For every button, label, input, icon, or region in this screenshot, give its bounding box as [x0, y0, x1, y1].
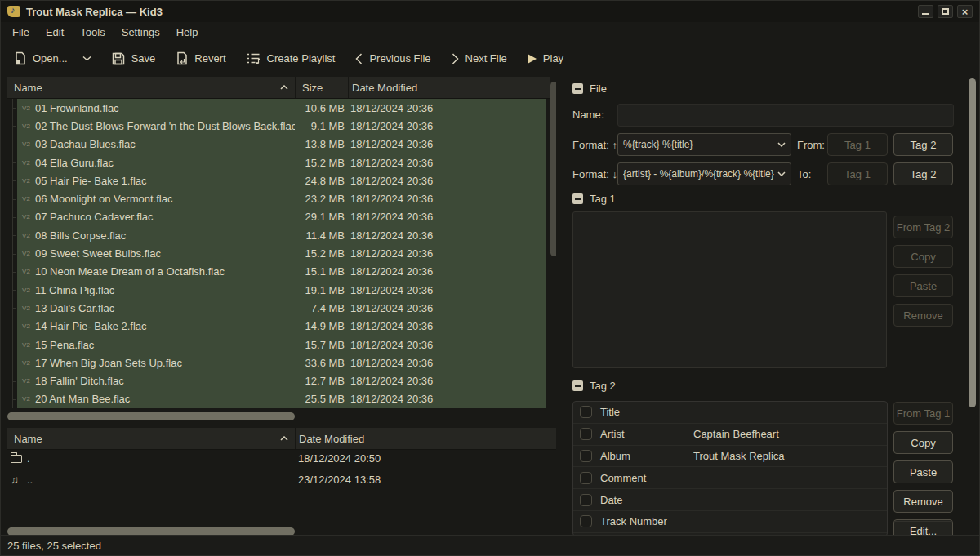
field-checkbox[interactable] [580, 472, 592, 484]
file-row[interactable]: V2 07 Pachuco Cadaver.flac 29.1 MB 18/12… [7, 208, 550, 226]
create-playlist-button[interactable]: Create Playlist [247, 52, 336, 65]
file-row[interactable]: V2 09 Sweet Sweet Bulbs.flac 15.2 MB 18/… [7, 244, 550, 262]
field-checkbox[interactable] [580, 406, 592, 418]
file-row[interactable]: V2 06 Moonlight on Vermont.flac 23.2 MB … [7, 189, 550, 207]
file-row[interactable]: V2 08 Bills Corpse.flac 11.4 MB 18/12/20… [7, 226, 550, 244]
play-button[interactable]: Play [528, 52, 564, 64]
maximize-button[interactable] [938, 5, 953, 18]
file-row[interactable]: V2 01 Frownland.flac 10.6 MB 18/12/2024 … [7, 99, 550, 117]
file-row[interactable]: V2 18 Fallin' Ditch.flac 12.7 MB 18/12/2… [7, 371, 550, 389]
file-row[interactable]: V2 13 Dali's Car.flac 7.4 MB 18/12/2024 … [7, 299, 550, 317]
file-size: 12.7 MB [295, 375, 345, 387]
v2-tag-badge: V2 [17, 177, 35, 185]
save-button[interactable]: Save [112, 52, 156, 65]
tag2-section-title: Tag 2 [590, 380, 616, 392]
file-row[interactable]: V2 10 Neon Meate Dream of a Octafish.fla… [7, 263, 550, 281]
remove-button[interactable]: Remove [893, 490, 953, 513]
column-header-name[interactable]: Name [7, 77, 295, 98]
file-list-hscrollbar-handle[interactable] [7, 412, 295, 420]
file-row[interactable]: V2 15 Pena.flac 15.7 MB 18/12/2024 20:36 [7, 336, 550, 354]
file-row[interactable]: V2 05 Hair Pie- Bake 1.flac 24.8 MB 18/1… [7, 171, 550, 189]
from-tag2-button: From Tag 2 [893, 216, 953, 238]
column-header-folder-name[interactable]: Name [7, 428, 295, 449]
paste-button[interactable]: Paste [893, 460, 953, 483]
copy-button[interactable]: Copy [893, 431, 953, 454]
filename-input[interactable] [617, 104, 954, 127]
minimize-button[interactable] [918, 5, 933, 18]
column-header-size[interactable]: Size [295, 77, 348, 98]
collapse-icon[interactable] [572, 193, 583, 204]
format-to-filename-combobox[interactable]: {artist} - %{album}/%{track} %{title} [617, 162, 791, 185]
file-row[interactable]: V2 03 Dachau Blues.flac 13.8 MB 18/12/20… [7, 136, 550, 153]
tree-branch [7, 226, 17, 244]
field-value[interactable]: Trout Mask Replica [682, 450, 887, 462]
chevron-down-icon[interactable] [82, 56, 91, 61]
folder-list-hscrollbar-handle[interactable] [7, 527, 295, 535]
menu-item[interactable]: Help [168, 24, 207, 41]
file-size: 23.2 MB [295, 193, 345, 205]
previous-file-button[interactable]: Previous File [355, 52, 430, 64]
file-list-hscrollbar[interactable] [7, 412, 550, 420]
column-header-date-modified[interactable]: Date Modified [348, 77, 550, 98]
details-vscrollbar-handle[interactable] [969, 78, 976, 407]
folder-list: . 18/12/2024 20:50 .. 23/12/2024 13:58 [7, 447, 562, 491]
close-button[interactable]: × [957, 5, 973, 18]
file-size: 15.2 MB [295, 157, 345, 169]
file-date-modified: 18/12/2024 20:36 [345, 120, 540, 132]
next-file-button[interactable]: Next File [452, 52, 507, 64]
file-name: 05 Hair Pie- Bake 1.flac [35, 175, 295, 187]
v2-tag-badge: V2 [17, 195, 35, 202]
file-date-modified: 18/12/2024 20:36 [345, 357, 540, 369]
column-header-folder-date-modified[interactable]: Date Modified [295, 428, 562, 449]
file-date-modified: 18/12/2024 20:36 [345, 265, 540, 278]
open-button[interactable]: Open... [14, 51, 91, 65]
field-checkbox[interactable] [580, 515, 592, 527]
menu-item[interactable]: Settings [114, 24, 168, 41]
file-date-modified: 18/12/2024 20:36 [345, 102, 540, 114]
file-name: 20 Ant Man Bee.flac [35, 393, 295, 405]
file-row[interactable]: V2 20 Ant Man Bee.flac 25.5 MB 18/12/202… [7, 390, 550, 408]
file-name: 18 Fallin' Ditch.flac [35, 375, 295, 387]
from-tag1-button[interactable]: From Tag 1 [893, 402, 953, 425]
field-checkbox[interactable] [580, 494, 592, 506]
file-row[interactable]: V2 11 China Pig.flac 19.1 MB 18/12/2024 … [7, 281, 550, 299]
menu-item[interactable]: Edit [38, 24, 72, 41]
field-checkbox[interactable] [580, 450, 592, 462]
folder-date-modified: 18/12/2024 20:50 [295, 452, 381, 465]
menu-item[interactable]: Tools [72, 24, 113, 41]
file-name: 08 Bills Corpse.flac [35, 229, 295, 242]
details-vscrollbar[interactable] [969, 77, 976, 533]
file-row[interactable]: V2 02 The Dust Blows Forward 'n the Dust… [7, 117, 550, 135]
format-up-label: Format: ↑ [572, 139, 617, 151]
collapse-icon[interactable] [572, 83, 583, 94]
revert-button[interactable]: Revert [176, 51, 225, 65]
tag2-field-row: Album Trout Mask Replica [573, 446, 887, 468]
file-list: V2 01 Frownland.flac 10.6 MB 18/12/2024 … [7, 99, 550, 408]
file-date-modified: 18/12/2024 20:36 [345, 138, 540, 150]
file-row[interactable]: V2 04 Ella Guru.flac 15.2 MB 18/12/2024 … [7, 153, 550, 171]
copy-button: Copy [893, 245, 953, 268]
collapse-icon[interactable] [572, 380, 583, 391]
tag1-fields-frame [572, 211, 887, 368]
file-row[interactable]: V2 14 Hair Pie- Bake 2.flac 14.9 MB 18/1… [7, 318, 550, 336]
from-tag2-source-button[interactable]: Tag 2 [893, 133, 953, 156]
file-size: 19.1 MB [295, 284, 345, 296]
file-name: 13 Dali's Car.flac [35, 302, 295, 314]
toolbar: Open... Save Revert Create Playlist Prev… [1, 42, 979, 75]
open-file-icon [14, 51, 26, 65]
from-tag1-source-button: Tag 1 [827, 133, 888, 156]
field-checkbox[interactable] [580, 428, 592, 440]
folder-row[interactable]: .. 23/12/2024 13:58 [7, 469, 562, 492]
to-tag2-dest-button[interactable]: Tag 2 [893, 162, 953, 185]
file-date-modified: 18/12/2024 20:36 [345, 393, 540, 405]
file-row[interactable]: V2 17 When Big Joan Sets Up.flac 33.6 MB… [7, 354, 550, 371]
folder-row[interactable]: . 18/12/2024 20:50 [7, 447, 562, 469]
v2-tag-badge: V2 [17, 140, 35, 148]
menu-item[interactable]: File [4, 24, 38, 41]
tree-branch [7, 354, 17, 371]
folder-list-hscrollbar[interactable] [7, 527, 550, 535]
format-down-label: Format: ↓ [572, 168, 617, 180]
format-from-filename-combobox[interactable]: %{track} %{title} [617, 133, 791, 156]
field-value[interactable]: Captain Beefheart [682, 428, 887, 440]
file-size: 15.7 MB [295, 339, 345, 351]
